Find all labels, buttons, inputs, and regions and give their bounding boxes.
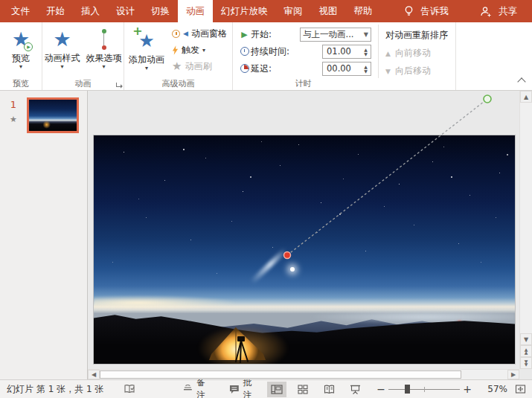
start-dropdown[interactable]: 与上一动画... ▼ — [300, 28, 371, 42]
tell-me-button[interactable]: 告诉我 — [415, 5, 455, 18]
spell-check-icon[interactable] — [124, 384, 135, 394]
animation-pane-button[interactable]: ◀ 动画窗格 — [169, 27, 230, 41]
horizontal-scroll-thumb[interactable] — [100, 370, 461, 379]
motion-path-end-handle[interactable] — [484, 95, 491, 103]
scroll-right-icon[interactable]: ▶ — [507, 370, 519, 379]
plus-icon: + — [132, 26, 142, 36]
notes-button[interactable]: 备注 — [183, 376, 214, 398]
group-label-advanced: 高级动画 — [124, 78, 232, 89]
next-slide-button[interactable]: ▼▼ — [520, 357, 532, 369]
slide-sorter-icon — [298, 385, 308, 394]
previous-slide-button[interactable]: ▲▲ — [520, 345, 532, 357]
slide-thumbnail-row: 1 ★ — [0, 97, 87, 133]
tab-view[interactable]: 视图 — [311, 0, 346, 22]
dialog-launcher-icon[interactable] — [115, 82, 122, 89]
animation-painter-button[interactable]: ★ 动画刷 — [169, 60, 230, 74]
horizontal-scrollbar[interactable]: ◀ ▶ — [88, 369, 519, 379]
share-button[interactable]: 共享 — [493, 5, 523, 18]
zoom-level[interactable]: 57% — [479, 384, 507, 394]
down-arrow-icon: ▼ — [385, 68, 391, 75]
reading-view-button[interactable] — [319, 382, 339, 397]
delay-spinner[interactable]: 00.00 ▲▼ — [322, 62, 371, 76]
animation-star-icon: ★ — [53, 28, 71, 51]
collapse-ribbon-icon[interactable] — [517, 77, 525, 86]
scroll-down-icon[interactable]: ▼ — [520, 333, 532, 345]
status-bar: 幻灯片 第 1 张，共 1 张 备注 批注 — [0, 379, 532, 398]
group-advanced-animation: ★ + 添加动画 ▾ ◀ 动画窗格 触发 ▾ ★ — [124, 22, 233, 90]
normal-view-button[interactable] — [267, 382, 286, 397]
scroll-left-icon[interactable]: ◀ — [88, 370, 100, 379]
move-later-button[interactable]: ▼ 向后移动 — [385, 65, 448, 77]
dropdown-arrow-icon: ▾ — [202, 47, 205, 54]
zoom-in-button[interactable]: + — [461, 383, 473, 395]
delay-clock-icon — [238, 64, 251, 73]
ribbon-tab-bar: 文件 开始 插入 设计 切换 动画 幻灯片放映 审阅 视图 帮助 告诉我 共享 — [0, 0, 532, 22]
spinner-arrows-icon[interactable]: ▲▼ — [361, 48, 371, 56]
comments-button[interactable]: 批注 — [229, 376, 260, 398]
add-animation-button[interactable]: ★ + 添加动画 ▾ — [126, 26, 167, 78]
group-preview: ★ ▶ 预览 ▾ 预览 — [0, 22, 42, 90]
up-arrow-icon: ▲ — [385, 50, 391, 57]
trigger-button[interactable]: 触发 ▾ — [169, 43, 230, 57]
lightbulb-icon — [404, 5, 414, 17]
fit-slide-to-window-button[interactable] — [515, 384, 526, 394]
tab-design[interactable]: 设计 — [108, 0, 143, 22]
dropdown-arrow-icon: ▾ — [102, 63, 105, 71]
ribbon-filler — [456, 22, 532, 90]
powerpoint-window: 文件 开始 插入 设计 切换 动画 幻灯片放映 审阅 视图 帮助 告诉我 共享 … — [0, 0, 532, 398]
camera-tripod — [229, 335, 254, 363]
group-label-timing: 计时 — [233, 78, 374, 89]
move-earlier-button[interactable]: ▲ 向前移动 — [385, 47, 448, 60]
tab-insert[interactable]: 插入 — [73, 0, 108, 22]
slideshow-icon — [350, 385, 361, 394]
lightning-icon — [172, 45, 179, 55]
group-label-preview: 预览 — [0, 78, 42, 89]
tab-file[interactable]: 文件 — [3, 0, 38, 22]
animation-painter-icon: ★ — [172, 61, 182, 72]
fit-window-icon — [515, 384, 526, 394]
effect-options-button[interactable]: 效果选项 ▾ — [83, 25, 125, 78]
slide-number: 1 — [10, 99, 16, 110]
tab-transitions[interactable]: 切换 — [143, 0, 178, 22]
duration-spinner[interactable]: 01.00 ▲▼ — [322, 45, 371, 59]
slide-sorter-view-button[interactable] — [293, 382, 313, 397]
slide-editing-canvas: ▲ ▼ ▲▲ ▼▼ ◀ ▶ — [88, 91, 532, 379]
spinner-arrows-icon[interactable]: ▲▼ — [361, 65, 371, 73]
vertical-scrollbar[interactable]: ▲ ▼ ▲▲ ▼▼ — [519, 91, 532, 369]
scroll-up-icon[interactable]: ▲ — [520, 91, 532, 103]
ribbon: ★ ▶ 预览 ▾ 预览 ★ 动画样式 ▾ 效果选项 ▾ — [0, 22, 532, 91]
zoom-out-button[interactable]: − — [375, 383, 387, 395]
slideshow-view-button[interactable] — [345, 382, 365, 397]
tab-slideshow[interactable]: 幻灯片放映 — [213, 0, 276, 22]
tab-animations[interactable]: 动画 — [178, 0, 213, 22]
slide-1-thumbnail[interactable] — [27, 97, 79, 133]
animation-styles-button[interactable]: ★ 动画样式 ▾ — [42, 25, 83, 78]
tab-help[interactable]: 帮助 — [346, 0, 381, 22]
notes-icon — [183, 385, 193, 394]
slide-picture[interactable] — [94, 135, 515, 364]
animation-indicator-star-icon: ★ — [10, 115, 17, 124]
reorder-animation-label: 对动画重新排序 — [385, 29, 448, 42]
main-area: 1 ★ — [0, 91, 532, 379]
tab-home[interactable]: 开始 — [38, 0, 73, 22]
bright-star — [290, 267, 295, 272]
slide-thumbnail-panel: 1 ★ — [0, 91, 88, 379]
zoom-slider-thumb[interactable] — [405, 385, 410, 394]
comment-bubble-icon — [229, 385, 240, 394]
animation-pane-clock-icon — [172, 30, 180, 38]
effect-options-icon — [102, 28, 106, 51]
duration-clock-icon — [238, 47, 251, 56]
share-person-icon — [480, 6, 491, 17]
tab-review[interactable]: 审阅 — [276, 0, 311, 22]
group-animation: ★ 动画样式 ▾ 效果选项 ▾ 动画 — [42, 22, 124, 90]
preview-button[interactable]: ★ ▶ 预览 ▾ — [9, 25, 33, 78]
dropdown-arrow-icon: ▾ — [19, 63, 22, 71]
start-play-icon: ▶ — [238, 31, 251, 39]
slide-counter: 幻灯片 第 1 张，共 1 张 — [7, 383, 103, 396]
dropdown-arrow-icon: ▾ — [145, 65, 148, 72]
zoom-slider[interactable] — [388, 384, 460, 394]
animation-pane-triangle-icon: ◀ — [183, 31, 188, 37]
reading-view-icon — [324, 385, 335, 394]
group-label-animation: 动画 — [42, 78, 124, 89]
preview-play-icon: ▶ — [24, 42, 33, 51]
